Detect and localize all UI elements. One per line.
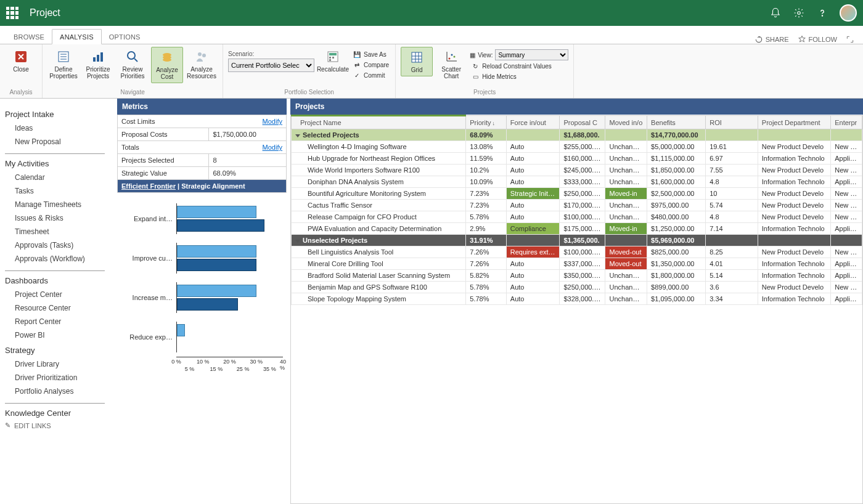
table-row[interactable]: Bell Linguistics Analysis Tool7.26%Requi… [292,246,862,258]
tab-analysis[interactable]: ANALYSIS [52,29,102,44]
table-row[interactable]: PWA Evaluation and Capacity Determinatio… [292,223,862,235]
grid-button[interactable]: Grid [401,47,433,76]
commit-button[interactable]: ✓Commit [351,70,390,80]
nav-item-driver-library[interactable]: Driver Library [5,357,112,371]
settings-icon[interactable] [793,7,805,19]
caret-down-icon [295,134,300,137]
nav-item-portfolio-analyses[interactable]: Portfolio Analyses [5,384,112,398]
tab-options[interactable]: OPTIONS [102,30,148,44]
nav-item-approvals-workflow[interactable]: Approvals (Workflow) [5,252,112,266]
table-row[interactable]: Release Campaign for CFO Product5.78%Aut… [292,211,862,223]
metrics-panel: Metrics Cost LimitsModify Proposal Costs… [117,99,287,504]
projects-table[interactable]: Project Name Priority↓ Force in/out Prop… [291,115,862,305]
modify-totals[interactable]: Modify [263,144,282,151]
chart-bars [176,282,283,313]
nav-item-calendar[interactable]: Calendar [5,171,112,184]
nav-item-timesheets[interactable]: Manage Timesheets [5,198,112,211]
app-title: Project [30,7,60,18]
reload-button[interactable]: ↻Reload Constraint Values [470,61,568,71]
close-button[interactable]: Close [5,47,37,75]
nav-item-project-center[interactable]: Project Center [5,288,112,301]
chart-bars [176,243,283,274]
table-row[interactable]: Hub Upgrade for Northeast Region Offices… [292,153,862,165]
save-as-button[interactable]: 💾Save As [351,49,390,59]
nav-section-activities[interactable]: My Activities [5,159,112,168]
nav-item-issues[interactable]: Issues & Risks [5,211,112,225]
edit-links-button[interactable]: ✎ EDIT LINKS [5,421,112,429]
share-button[interactable]: SHARE [755,35,789,44]
scenario-select[interactable]: Current Portfolio Selec [228,59,314,72]
nav-section-dashboards[interactable]: Dashboards [5,276,112,285]
nav-item-resource-center[interactable]: Resource Center [5,301,112,315]
nav-item-report-center[interactable]: Report Center [5,315,112,328]
user-avatar[interactable] [840,4,857,22]
analyze-resources-button[interactable]: Analyze Resources [186,47,218,82]
modify-cost-limits[interactable]: Modify [263,118,282,125]
help-icon[interactable] [816,7,828,19]
recalculate-button[interactable]: Recalculate [317,47,349,75]
table-row[interactable]: Mineral Core Drilling Tool7.26%Auto$337,… [292,258,862,270]
col-priority[interactable]: Priority↓ [466,116,507,129]
compare-button[interactable]: ⇄Compare [351,60,390,70]
efficient-frontier-link[interactable]: Efficient Frontier [121,182,176,190]
follow-label: FOLLOW [809,36,837,43]
nav-item-tasks[interactable]: Tasks [5,184,112,198]
reload-icon: ↻ [471,62,480,70]
nav-item-power-bi[interactable]: Power BI [5,328,112,342]
nav-section-intake[interactable]: Project Intake [5,110,112,119]
chart-row: Expand int… [121,199,283,238]
define-properties-button[interactable]: Define Properties [47,47,80,82]
analyze-cost-button[interactable]: Analyze Cost [151,47,183,83]
fullscreen-icon[interactable] [846,35,854,44]
table-group-row[interactable]: Unselected Projects31.91%$1,365,000.$5,9… [292,235,862,246]
col-proposal[interactable]: Proposal C [560,116,605,129]
prioritize-projects-button[interactable]: Prioritize Projects [82,47,114,82]
col-force[interactable]: Force in/out [506,116,560,129]
col-moved[interactable]: Moved in/o [605,116,647,129]
tab-browse[interactable]: BROWSE [6,30,52,44]
table-row[interactable]: Bradford Solid Material Laser Scanning S… [292,270,862,282]
col-dept[interactable]: Project Department [758,116,830,129]
col-roi[interactable]: ROI [706,116,758,129]
nav-item-new-proposal[interactable]: New Proposal [5,135,112,148]
table-row[interactable]: Slope Topology Mapping System5.78%Auto$3… [292,293,862,305]
projects-panel: Projects Project Name Priority↓ Force in… [290,99,863,504]
nav-item-driver-prioritization[interactable]: Driver Prioritization [5,371,112,384]
chart-bar-light [177,206,256,218]
chart-bars [176,322,283,352]
table-row[interactable]: Wide World Importers Software R10010.2%A… [292,165,862,176]
nav-section-knowledge[interactable]: Knowledge Center [5,408,112,418]
axis-tick: 10 % [197,359,210,365]
sort-desc-icon: ↓ [493,120,496,126]
svg-rect-21 [329,59,331,61]
nav-item-timesheet[interactable]: Timesheet [5,225,112,238]
compare-icon: ⇄ [353,60,361,69]
table-group-row[interactable]: Selected Projects68.09%$1,688,000.$14,77… [292,129,862,141]
app-launcher-icon[interactable] [6,7,18,19]
nav-item-ideas[interactable]: Ideas [5,121,112,135]
hide-metrics-button[interactable]: ▭Hide Metrics [470,71,568,81]
table-row[interactable]: Bountiful Agriculture Monitoring System7… [292,188,862,200]
review-priorities-button[interactable]: Review Priorities [117,47,149,82]
col-enterprise[interactable]: Enterpr [831,116,862,129]
chart-bars [176,203,283,234]
table-row[interactable]: Wellington 4-D Imaging Software13.08%Aut… [292,141,862,153]
notifications-icon[interactable] [769,7,782,19]
table-row[interactable]: Cactus Traffic Sensor7.23%Auto$170,000.0… [292,200,862,211]
col-name[interactable]: Project Name [292,116,466,129]
chart-bar-dark [177,219,264,232]
metric-strategic-value-label: Strategic Value [118,167,209,180]
view-select[interactable]: Summary [495,49,568,60]
scatter-chart-button[interactable]: Scatter Chart [435,47,467,82]
strategic-alignment-label: Strategic Alignment [181,182,245,190]
review-icon [125,49,140,64]
svg-rect-18 [329,53,337,55]
follow-button[interactable]: FOLLOW [798,35,837,44]
nav-section-strategy[interactable]: Strategy [5,346,112,355]
nav-item-approvals-tasks[interactable]: Approvals (Tasks) [5,238,112,252]
metric-proposal-costs-label: Proposal Costs [118,128,209,141]
table-row[interactable]: Benjamin Map and GPS Software R1005.78%A… [292,282,862,293]
svg-point-15 [198,52,202,56]
table-row[interactable]: Doniphan DNA Analysis System10.09%Auto$3… [292,176,862,188]
col-benefits[interactable]: Benefits [647,116,706,129]
